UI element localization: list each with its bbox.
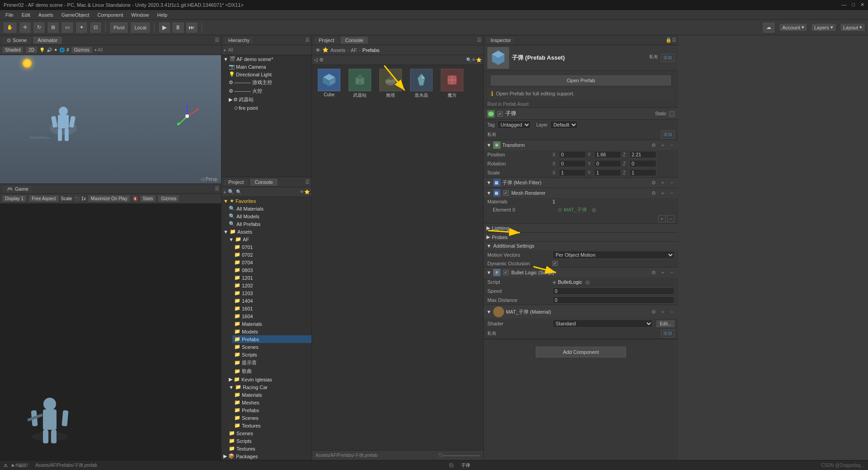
bullet-logic-header[interactable]: ▼ # Bullet Logic (Script) ⚙ + − — [484, 268, 678, 277]
mat-remove-btn[interactable]: − — [667, 215, 675, 222]
hier-game-ctrl[interactable]: ⚙ ---------- 游戏主控 — [227, 78, 311, 87]
mf-add[interactable]: + — [659, 179, 666, 186]
shaded-btn[interactable]: Shaded — [2, 46, 24, 54]
af-1404[interactable]: 📁1404 — [232, 297, 311, 305]
hierarchy-add-btn[interactable]: + — [223, 47, 226, 53]
hier-scene[interactable]: ▼ 🎬 AF demo scene* — [222, 55, 311, 63]
layer-select[interactable]: Default — [550, 121, 578, 129]
game-tab[interactable]: 🎮 Game — [2, 185, 33, 193]
af-tips[interactable]: 📁提示音 — [232, 358, 311, 367]
toolbar-rect[interactable]: ▭ — [61, 22, 74, 33]
toolbar-scale[interactable]: ⊞ — [47, 22, 59, 33]
hier-main-camera[interactable]: 📷 Main Camera — [227, 63, 311, 70]
scene-tab[interactable]: ⊙ Scene — [2, 36, 32, 44]
mat-plus[interactable]: + — [659, 308, 666, 315]
af-0704[interactable]: 📁0704 — [232, 258, 311, 266]
af-scenes[interactable]: 📁Scenes — [232, 343, 311, 351]
layers-dropdown[interactable]: Layers ▾ — [811, 23, 836, 32]
menu-file[interactable]: File — [2, 11, 17, 19]
scene-sky-icon[interactable]: 🌐 — [59, 47, 65, 52]
pos-y-input[interactable] — [594, 151, 621, 158]
step-btn[interactable]: ⏭ — [185, 22, 198, 33]
breadcrumb-star[interactable]: ⭐ — [322, 47, 329, 53]
project-add-btn[interactable]: + — [223, 189, 226, 195]
af-music[interactable]: 📁歌曲 — [232, 367, 311, 376]
el0-select[interactable]: ◎ — [590, 206, 598, 213]
rc-prefabs[interactable]: 📁Prefabs — [232, 406, 311, 414]
rot-y-input[interactable] — [594, 160, 621, 167]
gizmos-btn[interactable]: Gizmos — [71, 46, 93, 54]
scene-grid-icon[interactable]: # — [66, 47, 69, 52]
rc-meshes[interactable]: 📁Meshes — [232, 399, 311, 406]
breadcrumb-eye[interactable]: 👁 — [316, 47, 321, 53]
scene-light-icon[interactable]: 💡 — [39, 47, 45, 52]
breadcrumb-prefabs[interactable]: Prefabs — [362, 47, 379, 53]
asset-turret[interactable]: 炮塔 — [377, 69, 404, 99]
transform-remove[interactable]: − — [668, 141, 675, 149]
breadcrumb-assets[interactable]: Assets — [330, 47, 345, 53]
af-1604[interactable]: 📁1604 — [232, 312, 311, 320]
md-input[interactable] — [552, 296, 675, 304]
animator-tab[interactable]: Animator — [33, 36, 62, 44]
assets-panel-menu[interactable]: ☰ — [477, 37, 481, 43]
toolbar-move[interactable]: ✛ — [19, 22, 31, 33]
material-header[interactable]: ▼ MAT_子弹 (Material) ⚙ + − — [484, 305, 678, 319]
rc-textures[interactable]: 📁Textures — [232, 422, 311, 429]
bl-settings[interactable]: ⚙ — [650, 269, 657, 276]
rot-z-input[interactable] — [629, 160, 656, 167]
open-prefab-btn[interactable]: Open Prefab — [491, 75, 671, 85]
mesh-renderer-header[interactable]: ▼ ▦ Mesh Renderer ⚙ + − — [484, 188, 678, 198]
mr-remove[interactable]: − — [668, 189, 675, 197]
project-star-btn[interactable]: ⭐ — [304, 189, 310, 194]
cloud-btn[interactable]: ☁ — [762, 22, 775, 33]
mf-settings[interactable]: ⚙ — [650, 179, 657, 186]
scenes-folder[interactable]: 📁Scenes — [227, 429, 311, 437]
af-1202[interactable]: 📁1202 — [232, 282, 311, 289]
bl-remove[interactable]: − — [668, 269, 675, 276]
game-view[interactable] — [0, 204, 221, 460]
transform-header[interactable]: ▼ ⊕ Transform ⚙ + − — [484, 140, 678, 150]
scripts-folder[interactable]: 📁Scripts — [227, 437, 311, 445]
add-row-btn[interactable]: 添加 — [661, 131, 675, 139]
mat-minus[interactable]: − — [668, 308, 675, 315]
mesh-filter-header[interactable]: ▼ ▦ 子弹 (Mesh Filter) ⚙ + − — [484, 178, 678, 188]
mr-checkbox[interactable] — [503, 190, 509, 196]
toolbar-hand[interactable]: ✋ — [3, 22, 17, 33]
additional-settings-header[interactable]: ▼ Additional Settings — [484, 242, 678, 250]
console-browser-tab[interactable]: Console — [340, 36, 368, 44]
af-1203[interactable]: 📁1203 — [232, 289, 311, 297]
menu-component[interactable]: Component — [94, 11, 127, 19]
af-prefabs[interactable]: 📁Prefabs — [232, 335, 311, 343]
hier-weapon[interactable]: ▶ ⚙ 武器站 — [227, 95, 311, 104]
play-btn[interactable]: ▶ — [158, 22, 171, 33]
scene-fx-icon[interactable]: ✦ — [54, 47, 57, 52]
script-select[interactable]: ◎ — [584, 278, 591, 286]
probes-header[interactable]: ▶ Probes — [484, 233, 678, 241]
af-scripts[interactable]: 📁Scripts — [232, 351, 311, 358]
minimize-btn[interactable]: — — [841, 2, 846, 8]
inspector-tab[interactable]: Inspector — [486, 36, 516, 44]
hierarchy-tab[interactable]: Hierarchy — [223, 36, 255, 44]
display-btn[interactable]: Display 1 — [2, 195, 27, 202]
lighting-header[interactable]: ▶ Lighting — [484, 224, 678, 232]
layout-dropdown[interactable]: Layout ▾ — [840, 23, 865, 32]
rc-scenes[interactable]: 📁Scenes — [232, 414, 311, 422]
project-eye-btn[interactable]: 👁 — [300, 189, 304, 194]
af-materials[interactable]: 📁Materials — [232, 320, 311, 328]
assets-root[interactable]: ▼ 📁 Assets — [222, 228, 311, 235]
maximize-btn[interactable]: Maximize On Play — [88, 195, 131, 202]
af-0803[interactable]: 📁0803 — [232, 266, 311, 274]
project-tab[interactable]: Project — [223, 178, 249, 186]
insp-add-btn[interactable]: 添加 — [661, 54, 675, 62]
add-component-btn[interactable]: Add Component — [536, 347, 626, 357]
shader-select[interactable]: Standard — [552, 320, 653, 328]
close-btn[interactable]: ✕ — [860, 2, 864, 8]
mf-remove[interactable]: − — [668, 179, 675, 186]
asset-magic[interactable]: 魔方 — [439, 69, 466, 99]
toolbar-transform[interactable]: ✦ — [75, 22, 88, 33]
textures-folder[interactable]: 📁Textures — [227, 445, 311, 452]
project-search-input[interactable]: 🔍 — [236, 189, 241, 194]
fav-all-prefabs[interactable]: 🔍 All Prefabs — [227, 220, 311, 228]
project-search-btn[interactable]: 🔍 — [228, 189, 234, 195]
af-1201[interactable]: 📁1201 — [232, 274, 311, 282]
